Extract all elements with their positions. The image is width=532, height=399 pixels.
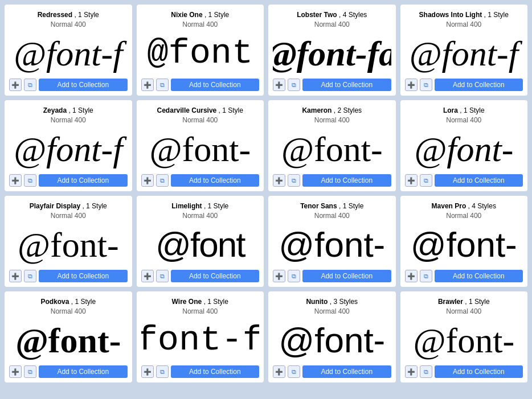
font-card-nunito: Nunito , 3 Styles Normal 400 @font- ➕ ⧉ …: [268, 291, 396, 382]
copy-icon-brawler[interactable]: ⧉: [420, 365, 432, 378]
font-sample-podkova: @font-: [15, 323, 121, 358]
font-name-podkova: Podkova: [40, 298, 69, 306]
font-sample-redressed: @font-f: [14, 36, 122, 71]
add-icon-lora[interactable]: ➕: [405, 174, 418, 187]
copy-icon-playfair[interactable]: ⧉: [24, 270, 36, 282]
font-name-zeyada: Zeyada: [43, 106, 67, 114]
font-styles-kameron: , 2 Styles: [334, 106, 362, 114]
font-preview-nunito: @font-: [273, 321, 391, 360]
copy-icon-kameron[interactable]: ⧉: [288, 174, 300, 187]
font-styles-podkova: , 1 Style: [71, 298, 96, 306]
add-to-collection-button-shadows[interactable]: Add to Collection: [435, 79, 523, 91]
font-name-maven: Maven Pro: [432, 202, 466, 210]
font-meta-limelight: Limelight , 1 Style Normal 400: [141, 201, 260, 221]
copy-icon-limelight[interactable]: ⧉: [156, 270, 169, 282]
font-styles-wireone: , 1 Style: [204, 298, 228, 306]
add-to-collection-button-limelight[interactable]: Add to Collection: [171, 270, 260, 282]
copy-icon-cedarville[interactable]: ⧉: [156, 174, 169, 187]
add-to-collection-button-playfair[interactable]: Add to Collection: [39, 270, 128, 282]
copy-icon-wireone[interactable]: ⧉: [156, 365, 169, 378]
add-icon-limelight[interactable]: ➕: [141, 270, 154, 282]
font-grid: Redressed , 1 Style Normal 400 @font-f ➕…: [5, 5, 527, 382]
font-meta-tenor: Tenor Sans , 1 Style Normal 400: [273, 201, 391, 221]
font-preview-tenor: @font-: [273, 225, 391, 264]
add-icon-playfair[interactable]: ➕: [9, 270, 22, 282]
font-sample-shadows: @font-f: [410, 36, 518, 71]
font-weight-nixie: Normal 400: [182, 20, 218, 28]
add-to-collection-button-maven[interactable]: Add to Collection: [435, 270, 523, 282]
add-to-collection-button-zeyada[interactable]: Add to Collection: [39, 174, 128, 187]
add-to-collection-button-brawler[interactable]: Add to Collection: [435, 365, 523, 378]
card-actions-playfair: ➕ ⧉ Add to Collection: [9, 270, 128, 282]
copy-icon-nunito[interactable]: ⧉: [288, 365, 300, 378]
add-icon-kameron[interactable]: ➕: [273, 174, 285, 187]
font-styles-lobster: , 4 Styles: [339, 11, 367, 19]
add-icon-redressed[interactable]: ➕: [9, 79, 22, 91]
font-card-wireone: Wire One , 1 Style Normal 400 @font-fa ➕…: [137, 291, 264, 382]
add-to-collection-button-tenor[interactable]: Add to Collection: [302, 270, 391, 282]
font-meta-maven: Maven Pro , 4 Styles Normal 400: [405, 201, 523, 221]
font-sample-zeyada: @font-f: [14, 131, 122, 167]
font-preview-podkova: @font-: [9, 321, 128, 360]
font-weight-lora: Normal 400: [446, 116, 481, 124]
font-sample-kameron: @font-: [281, 131, 383, 167]
copy-icon-maven[interactable]: ⧉: [420, 270, 432, 282]
font-name-nunito: Nunito: [306, 298, 328, 306]
font-meta-zeyada: Zeyada , 1 Style Normal 400: [9, 106, 128, 125]
card-actions-wireone: ➕ ⧉ Add to Collection: [141, 365, 260, 378]
add-to-collection-button-lobster[interactable]: Add to Collection: [302, 79, 391, 91]
copy-icon-zeyada[interactable]: ⧉: [24, 174, 36, 187]
copy-icon-lora[interactable]: ⧉: [420, 174, 432, 187]
add-to-collection-button-lora[interactable]: Add to Collection: [435, 174, 523, 187]
copy-icon-podkova[interactable]: ⧉: [24, 365, 36, 378]
copy-icon-lobster[interactable]: ⧉: [288, 79, 300, 91]
add-to-collection-button-nixie[interactable]: Add to Collection: [171, 79, 260, 91]
font-styles-tenor: , 1 Style: [339, 202, 363, 210]
add-icon-zeyada[interactable]: ➕: [9, 174, 22, 187]
add-icon-maven[interactable]: ➕: [405, 270, 418, 282]
card-actions-nixie: ➕ ⧉ Add to Collection: [141, 79, 260, 91]
copy-icon-redressed[interactable]: ⧉: [24, 79, 36, 91]
add-to-collection-button-podkova[interactable]: Add to Collection: [39, 365, 128, 378]
font-meta-redressed: Redressed , 1 Style Normal 400: [9, 10, 128, 30]
add-to-collection-button-nunito[interactable]: Add to Collection: [302, 365, 391, 378]
font-styles-maven: , 4 Styles: [468, 202, 496, 210]
font-styles-nixie: , 1 Style: [204, 11, 229, 19]
card-actions-lobster: ➕ ⧉ Add to Collection: [273, 79, 391, 91]
font-preview-zeyada: @font-f: [9, 130, 128, 168]
copy-icon-tenor[interactable]: ⧉: [288, 270, 300, 282]
font-card-redressed: Redressed , 1 Style Normal 400 @font-f ➕…: [5, 5, 132, 96]
font-preview-limelight: @font: [141, 225, 260, 264]
font-name-nixie: Nixie One: [171, 11, 202, 19]
add-icon-tenor[interactable]: ➕: [273, 270, 285, 282]
card-actions-tenor: ➕ ⧉ Add to Collection: [273, 270, 391, 282]
font-weight-playfair: Normal 400: [51, 212, 86, 220]
font-weight-kameron: Normal 400: [314, 116, 350, 124]
add-icon-shadows[interactable]: ➕: [405, 79, 418, 91]
add-to-collection-button-wireone[interactable]: Add to Collection: [171, 365, 260, 378]
add-to-collection-button-kameron[interactable]: Add to Collection: [302, 174, 391, 187]
add-icon-podkova[interactable]: ➕: [9, 365, 22, 378]
add-icon-nixie[interactable]: ➕: [141, 79, 154, 91]
font-sample-limelight: @font: [155, 227, 244, 262]
font-card-lobster: Lobster Two , 4 Styles Normal 400 @font-…: [268, 5, 396, 96]
copy-icon-nixie[interactable]: ⧉: [156, 79, 169, 91]
add-icon-cedarville[interactable]: ➕: [141, 174, 154, 187]
font-preview-maven: @font-: [405, 225, 523, 264]
add-icon-lobster[interactable]: ➕: [273, 79, 285, 91]
font-sample-nunito: @font-: [279, 323, 385, 358]
add-icon-wireone[interactable]: ➕: [141, 365, 154, 378]
font-weight-podkova: Normal 400: [51, 307, 86, 315]
font-preview-lobster: @font-fa: [273, 34, 391, 73]
add-icon-nunito[interactable]: ➕: [273, 365, 285, 378]
font-card-limelight: Limelight , 1 Style Normal 400 @font ➕ ⧉…: [137, 196, 264, 287]
font-weight-nunito: Normal 400: [314, 307, 350, 315]
add-to-collection-button-redressed[interactable]: Add to Collection: [39, 79, 128, 91]
add-to-collection-button-cedarville[interactable]: Add to Collection: [171, 174, 260, 187]
font-meta-lobster: Lobster Two , 4 Styles Normal 400: [273, 10, 391, 30]
copy-icon-shadows[interactable]: ⧉: [420, 79, 432, 91]
add-icon-brawler[interactable]: ➕: [405, 365, 418, 378]
font-preview-lora: @font-: [405, 130, 523, 168]
font-styles-cedarville: , 1 Style: [219, 106, 243, 114]
font-preview-playfair: @font-: [9, 225, 128, 264]
